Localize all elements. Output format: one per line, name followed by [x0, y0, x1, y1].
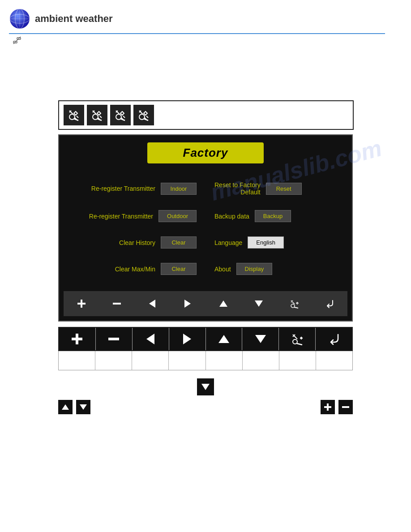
svg-rect-17 [77, 303, 86, 305]
panel-arrow-up-button[interactable] [215, 296, 231, 312]
reset-factory-label: Reset to FactoryDefault [214, 181, 261, 196]
backup-button[interactable]: Backup [255, 210, 291, 222]
desc-group-updown [58, 400, 90, 414]
toolbar-icon-2[interactable] [87, 105, 107, 125]
factory-title-bar: Factory [59, 135, 352, 170]
setting-language: Language English [206, 229, 338, 256]
logo-text: ambient weather [35, 13, 113, 25]
language-button[interactable]: English [248, 236, 284, 249]
empty-cell-3 [132, 351, 169, 370]
desc-plus-icon[interactable] [321, 400, 335, 414]
ctrl-return-button[interactable] [316, 328, 352, 350]
bottom-desc [58, 400, 353, 414]
device-panel: Factory Re-register Transmitter Indoor R… [58, 134, 353, 322]
svg-marker-36 [80, 404, 87, 410]
empty-cell-6 [243, 351, 279, 370]
panel-arrow-left-button[interactable] [144, 296, 160, 312]
about-label: About [214, 266, 231, 273]
factory-title: Factory [147, 142, 264, 163]
toolbar-icons [58, 100, 354, 130]
panel-return-button[interactable] [321, 296, 338, 312]
broken-link-icon [13, 36, 411, 47]
desc-group-plusminus [321, 400, 353, 414]
panel-arrow-down-button[interactable] [251, 296, 267, 312]
toolbar-icon-4[interactable] [133, 105, 154, 125]
setting-reregister-outdoor: Re-register Transmitter Outdoor [73, 203, 206, 229]
svg-point-32 [293, 339, 297, 344]
svg-line-33 [297, 343, 302, 345]
logo-globe-icon [9, 8, 30, 30]
desc-arrow-down-icon[interactable] [76, 400, 90, 414]
reset-button[interactable]: Reset [266, 183, 302, 195]
svg-marker-28 [146, 334, 154, 344]
panel-nav [64, 291, 347, 316]
setting-about: About Display [206, 256, 338, 282]
bottom-empty-row [58, 351, 353, 370]
ctrl-arrow-right-button[interactable] [169, 328, 206, 350]
panel-plus-button[interactable] [73, 296, 90, 312]
svg-rect-38 [324, 406, 331, 408]
clear-history-button[interactable]: Clear [161, 236, 197, 249]
panel-settings-button[interactable] [286, 296, 302, 312]
setting-backup: Backup data Backup [206, 203, 338, 229]
indoor-button[interactable]: Indoor [161, 183, 197, 195]
header: ambient weather [0, 0, 411, 33]
svg-rect-18 [113, 303, 121, 305]
desc-arrow-up-icon[interactable] [58, 400, 73, 414]
svg-marker-31 [255, 335, 266, 343]
toolbar-icon-1[interactable] [64, 105, 84, 125]
setting-clear-history: Clear History Clear [73, 229, 206, 256]
empty-cell-7 [279, 351, 316, 370]
setting-reregister-indoor: Re-register Transmitter Indoor [73, 174, 206, 203]
svg-marker-22 [255, 300, 263, 307]
svg-rect-26 [72, 338, 82, 340]
settings-grid: Re-register Transmitter Indoor Reset to … [59, 170, 352, 287]
clear-maxmin-label: Clear Max/Min [115, 266, 155, 273]
display-button[interactable]: Display [236, 263, 273, 275]
svg-marker-19 [149, 300, 155, 308]
empty-cell-8 [316, 351, 352, 370]
center-arrow-down-icon[interactable] [197, 378, 214, 395]
reregister-outdoor-label: Re-register Transmitter [89, 213, 153, 220]
svg-line-24 [294, 307, 298, 308]
desc-minus-icon[interactable] [338, 400, 353, 414]
ctrl-arrow-left-button[interactable] [133, 328, 169, 350]
empty-cell-4 [169, 351, 206, 370]
svg-marker-21 [219, 300, 227, 307]
svg-marker-29 [183, 334, 191, 344]
setting-reset-factory: Reset to FactoryDefault Reset [206, 174, 338, 203]
panel-arrow-right-button[interactable] [180, 296, 196, 312]
reregister-indoor-label: Re-register Transmitter [91, 185, 155, 192]
backup-label: Backup data [214, 213, 249, 220]
empty-cell-5 [206, 351, 243, 370]
empty-cell-2 [95, 351, 132, 370]
language-label: Language [214, 239, 242, 246]
svg-marker-30 [218, 335, 229, 343]
toolbar-icon-3[interactable] [110, 105, 131, 125]
bottom-control-bar [58, 327, 353, 351]
clear-history-label: Clear History [119, 239, 155, 246]
ctrl-settings-button[interactable] [279, 328, 316, 350]
ctrl-arrow-up-button[interactable] [206, 328, 243, 350]
svg-point-23 [291, 304, 295, 308]
setting-clear-maxmin: Clear Max/Min Clear [73, 256, 206, 282]
svg-rect-27 [108, 338, 119, 340]
svg-marker-34 [201, 384, 210, 390]
header-divider [9, 33, 385, 34]
clear-maxmin-button[interactable]: Clear [161, 263, 197, 275]
ctrl-arrow-down-button[interactable] [242, 328, 279, 350]
outdoor-button[interactable]: Outdoor [158, 210, 197, 222]
ctrl-minus-button[interactable] [96, 328, 133, 350]
panel-minus-button[interactable] [109, 296, 125, 312]
svg-rect-39 [342, 406, 349, 408]
svg-marker-20 [184, 300, 191, 308]
ctrl-plus-button[interactable] [59, 328, 96, 350]
svg-marker-35 [62, 404, 69, 410]
center-arrow-down-row [58, 378, 353, 395]
empty-cell-1 [59, 351, 95, 370]
